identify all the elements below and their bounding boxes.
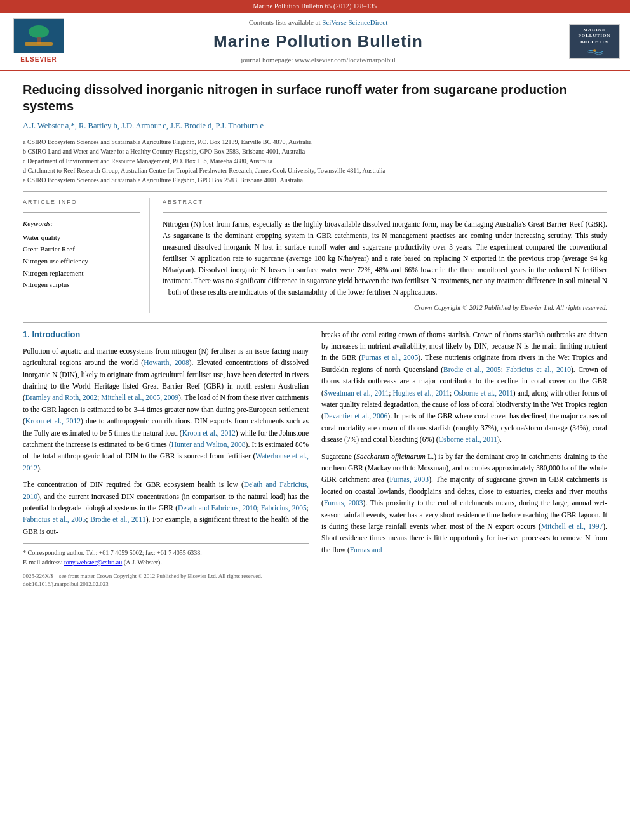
- footnote-corresponding: * Corresponding author. Tel.: +61 7 4059…: [23, 548, 309, 557]
- keyword-2: Great Barrier Reef: [23, 243, 140, 255]
- ref-furnas3[interactable]: Furnas, 2003: [324, 499, 363, 507]
- abstract-text: Nitrogen (N) lost from farms, especially…: [163, 219, 607, 298]
- right-paragraph-1: breaks of the coral eating crown of thor…: [321, 329, 607, 446]
- svg-point-5: [593, 49, 596, 52]
- ref-devantier[interactable]: Devantier et al., 2006: [324, 412, 387, 420]
- keyword-1: Water quality: [23, 232, 140, 244]
- divider-info: [23, 212, 140, 213]
- intro-heading: 1. Introduction: [23, 329, 309, 340]
- journal-header-center: Contents lists available at SciVerse Sci…: [67, 18, 569, 65]
- elsevier-tree-icon: [20, 24, 58, 48]
- copyright-line: Crown Copyright © 2012 Published by Else…: [163, 303, 607, 313]
- ref-mitchell1[interactable]: Mitchell et al., 2005, 2009: [101, 394, 178, 401]
- article-title: Reducing dissolved inorganic nitrogen in…: [23, 81, 607, 114]
- ref-furnas2[interactable]: Furnas, 2003: [389, 476, 429, 483]
- affiliation-d: d Catchment to Reef Research Group, Aust…: [23, 166, 607, 175]
- copyright-footer: 0025-326X/$ – see front matter Crown Cop…: [23, 572, 309, 588]
- ref-death[interactable]: De'ath and Fabricius, 2010: [23, 481, 309, 500]
- article-info-col: ARTICLE INFO Keywords: Water quality Gre…: [23, 198, 150, 313]
- body-left: 1. Introduction Pollution of aquatic and…: [23, 329, 309, 589]
- copyright-footer-text: 0025-326X/$ – see front matter Crown Cop…: [23, 572, 309, 580]
- ref-sweatman[interactable]: Sweatman et al., 2011: [324, 389, 389, 397]
- affiliation-b: b CSIRO Land and Water and Water for a H…: [23, 147, 607, 156]
- intro-paragraph-2: The concentration of DIN required for GB…: [23, 479, 309, 537]
- marine-logo-line1: MARINE: [578, 27, 610, 34]
- journal-header: ELSEVIER Contents lists available at Sci…: [0, 13, 630, 71]
- abstract-label: ABSTRACT: [163, 198, 607, 206]
- svg-point-1: [29, 25, 49, 38]
- ref-brodie2[interactable]: Brodie et al., 2005: [443, 366, 501, 373]
- top-bar: Marine Pollution Bulletin 65 (2012) 128–…: [0, 0, 630, 13]
- ref-howarth[interactable]: Howarth, 2008: [144, 359, 189, 366]
- marine-logo-line2: POLLUTION: [578, 33, 610, 39]
- marine-logo-icon: [577, 48, 612, 56]
- ref-brodie[interactable]: Brodie et al., 2011: [90, 516, 145, 523]
- elsevier-logo: ELSEVIER: [10, 18, 67, 64]
- sciverse-link: Contents lists available at SciVerse Sci…: [67, 18, 569, 27]
- affiliations: a CSIRO Ecosystem Sciences and Sustainab…: [23, 137, 607, 185]
- sciverse-anchor[interactable]: SciVerse ScienceDirect: [322, 18, 387, 26]
- article-info-abstract: ARTICLE INFO Keywords: Water quality Gre…: [23, 198, 607, 313]
- keyword-4: Nitrogen replacement: [23, 267, 140, 279]
- marine-logo-box: MARINE POLLUTION BULLETIN: [569, 24, 620, 59]
- divider-1: [23, 191, 607, 192]
- elsevier-logo-box: [13, 18, 64, 53]
- ref-death2[interactable]: De'ath and Fabricius, 2010: [178, 504, 257, 512]
- divider-abstract: [163, 212, 607, 213]
- footnote-section: * Corresponding author. Tel.: +61 7 4059…: [23, 543, 309, 567]
- ref-fabricius[interactable]: Fabricius, 2005: [261, 504, 307, 512]
- ref-osborne[interactable]: Osborne et al., 2011: [453, 389, 513, 397]
- ref-kroon[interactable]: Kroon et al., 2012: [25, 417, 81, 425]
- affiliation-e: e CSIRO Ecosystem Sciences and Sustainab…: [23, 175, 607, 185]
- authors: A.J. Webster a,*, R. Bartley b, J.D. Arm…: [23, 121, 607, 132]
- keyword-5: Nitrogen surplus: [23, 279, 140, 291]
- doi-footer: doi:10.1016/j.marpolbul.2012.02.023: [23, 580, 309, 589]
- ref-bramley-roth[interactable]: Bramley and Roth, 2002: [25, 394, 97, 401]
- ref-waterhouse[interactable]: Waterhouse et al., 2012: [23, 452, 309, 471]
- article-container: Reducing dissolved inorganic nitrogen in…: [0, 71, 630, 601]
- article-info-label: ARTICLE INFO: [23, 198, 140, 206]
- keywords-list: Water quality Great Barrier Reef Nitroge…: [23, 232, 140, 291]
- footnote-email: E-mail address: tony.webster@csiro.au (A…: [23, 557, 309, 567]
- abstract-col: ABSTRACT Nitrogen (N) lost from farms, e…: [163, 198, 607, 313]
- svg-rect-3: [25, 42, 53, 46]
- elsevier-text: ELSEVIER: [20, 55, 57, 64]
- ref-furnas[interactable]: Furnas et al., 2005: [361, 354, 418, 361]
- footnote-email-link[interactable]: tony.webster@csiro.au: [64, 559, 122, 566]
- body-right: breaks of the coral eating crown of thor…: [321, 329, 607, 589]
- ref-fabricius3[interactable]: Fabricius et al., 2010: [506, 366, 571, 373]
- marine-logo-line3: BULLETIN: [578, 39, 610, 46]
- ref-hunter[interactable]: Hunter and Walton, 2008: [171, 441, 246, 448]
- footnote-email-label: E-mail address:: [23, 559, 64, 566]
- keyword-3: Nitrogen use efficiency: [23, 255, 140, 267]
- divider-2: [23, 322, 607, 323]
- journal-citation: Marine Pollution Bulletin 65 (2012) 128–…: [253, 3, 377, 10]
- affiliation-a: a CSIRO Ecosystem Sciences and Sustainab…: [23, 137, 607, 147]
- keywords-title: Keywords:: [23, 219, 140, 229]
- journal-homepage: journal homepage: www.elsevier.com/locat…: [67, 55, 569, 65]
- article-body: 1. Introduction Pollution of aquatic and…: [23, 329, 607, 589]
- ref-hughes[interactable]: Hughes et al., 2011: [393, 389, 450, 397]
- journal-title-main: Marine Pollution Bulletin: [67, 30, 569, 53]
- ref-fabricius2[interactable]: Fabricius et al., 2005: [23, 516, 86, 523]
- affiliation-c: c Department of Environment and Resource…: [23, 156, 607, 166]
- ref-kroon2[interactable]: Kroon et al., 2012: [182, 429, 236, 437]
- right-paragraph-2: Sugarcane (Saccharum officinarum L.) is …: [321, 451, 607, 556]
- ref-osborne2[interactable]: Osborne et al., 2011: [439, 436, 498, 443]
- ref-furnas4[interactable]: Furnas and: [350, 546, 382, 554]
- ref-mitchell2[interactable]: Mitchell et al., 1997: [541, 523, 603, 530]
- intro-paragraph-1: Pollution of aquatic and marine ecosyste…: [23, 345, 309, 474]
- footnote-email-name: (A.J. Webster).: [124, 559, 162, 566]
- species-name: Saccharum officinarum: [356, 453, 426, 460]
